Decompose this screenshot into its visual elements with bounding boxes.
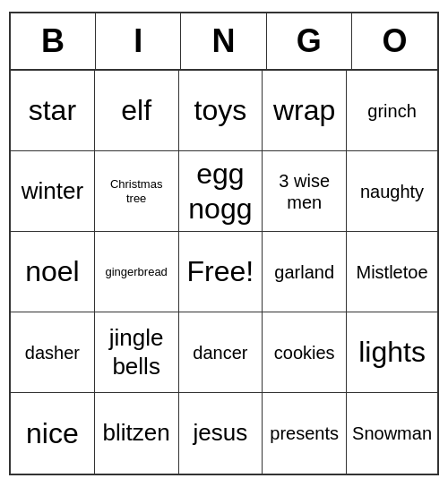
bingo-cell[interactable]: naughty xyxy=(347,151,437,232)
bingo-cell[interactable]: grinch xyxy=(347,71,437,151)
cell-label: gingerbread xyxy=(105,265,167,279)
bingo-cell[interactable]: garland xyxy=(263,232,347,312)
cell-label: winter xyxy=(22,177,83,205)
bingo-cell[interactable]: gingerbread xyxy=(95,232,179,312)
bingo-cell[interactable]: winter xyxy=(11,151,95,232)
cell-label: nice xyxy=(26,416,79,450)
bingo-cell[interactable]: 3 wise men xyxy=(263,151,347,232)
bingo-cell[interactable]: Snowman xyxy=(347,393,437,474)
bingo-cell[interactable]: blitzen xyxy=(95,393,179,474)
bingo-cell[interactable]: star xyxy=(11,71,95,151)
bingo-cell[interactable]: wrap xyxy=(263,71,347,151)
header-letter: N xyxy=(181,13,266,69)
header-letter: B xyxy=(11,13,96,69)
cell-label: toys xyxy=(194,93,247,127)
bingo-cell[interactable]: Mistletoe xyxy=(347,232,437,312)
header-letter: O xyxy=(352,13,437,69)
cell-label: noel xyxy=(25,254,80,288)
bingo-card: BINGO starelftoyswrapgrinchwinterChristm… xyxy=(9,12,439,475)
bingo-cell[interactable]: Christmas tree xyxy=(95,151,179,232)
bingo-cell[interactable]: presents xyxy=(263,393,347,474)
bingo-cell[interactable]: Free! xyxy=(179,232,263,312)
cell-label: 3 wise men xyxy=(268,170,340,213)
bingo-grid: starelftoyswrapgrinchwinterChristmas tre… xyxy=(11,71,437,474)
bingo-cell[interactable]: cookies xyxy=(263,312,347,393)
cell-label: jesus xyxy=(194,419,248,447)
cell-label: wrap xyxy=(273,93,335,127)
cell-label: cookies xyxy=(274,342,335,363)
cell-label: Snowman xyxy=(352,423,432,444)
header-letter: G xyxy=(267,13,352,69)
cell-label: naughty xyxy=(360,181,424,202)
cell-label: dasher xyxy=(25,342,80,363)
bingo-cell[interactable]: egg nogg xyxy=(179,151,263,232)
bingo-cell[interactable]: lights xyxy=(347,312,437,393)
bingo-cell[interactable]: dasher xyxy=(11,312,95,393)
bingo-cell[interactable]: jesus xyxy=(179,393,263,474)
bingo-cell[interactable]: nice xyxy=(11,393,95,474)
header-letter: I xyxy=(96,13,181,69)
cell-label: elf xyxy=(121,93,151,127)
cell-label: Free! xyxy=(187,254,254,288)
cell-label: Mistletoe xyxy=(357,261,428,283)
cell-label: presents xyxy=(270,423,339,444)
bingo-cell[interactable]: dancer xyxy=(179,312,263,393)
cell-label: blitzen xyxy=(103,419,170,447)
cell-label: jingle bells xyxy=(100,324,173,380)
cell-label: garland xyxy=(274,261,334,283)
bingo-header: BINGO xyxy=(11,13,437,71)
bingo-cell[interactable]: noel xyxy=(11,232,95,312)
bingo-cell[interactable]: toys xyxy=(179,71,263,151)
cell-label: Christmas tree xyxy=(100,177,173,205)
cell-label: grinch xyxy=(367,100,416,122)
cell-label: lights xyxy=(358,335,426,369)
bingo-cell[interactable]: jingle bells xyxy=(95,312,179,393)
bingo-cell[interactable]: elf xyxy=(95,71,179,151)
cell-label: egg nogg xyxy=(185,157,257,226)
cell-label: star xyxy=(29,93,76,127)
cell-label: dancer xyxy=(193,342,247,363)
